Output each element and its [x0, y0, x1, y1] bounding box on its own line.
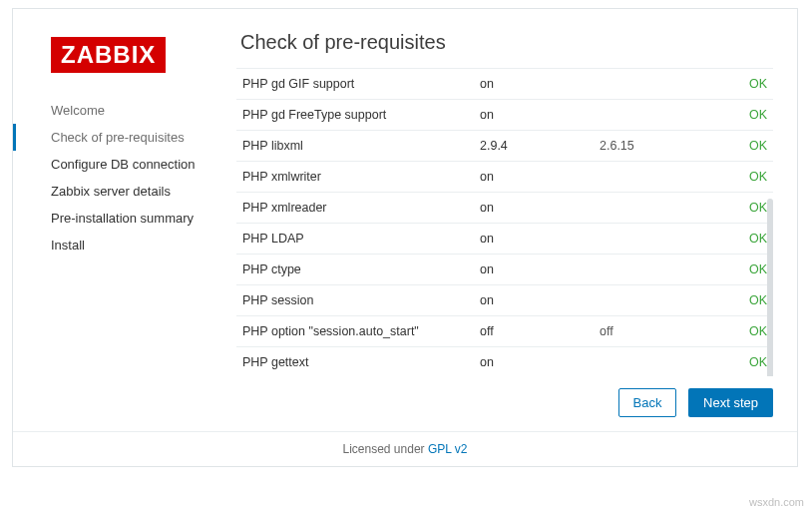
page-title: Check of pre-requisites	[236, 31, 773, 54]
requirement-name: PHP gettext	[236, 347, 474, 377]
requirement-name: PHP xmlreader	[236, 193, 474, 224]
requirement-required: 2.6.15	[594, 131, 723, 162]
requirement-row: PHP ctypeonOK	[236, 255, 773, 285]
requirement-status: OK	[723, 162, 773, 193]
wizard-box: ZABBIX WelcomeCheck of pre-requisitesCon…	[12, 8, 798, 467]
requirement-status: OK	[723, 100, 773, 131]
requirement-status: OK	[723, 193, 773, 224]
requirement-name: PHP session	[236, 285, 474, 316]
requirement-row: PHP xmlreaderonOK	[236, 193, 773, 224]
requirement-row: PHP gd GIF supportonOK	[236, 69, 773, 100]
requirement-row: PHP sessiononOK	[236, 285, 773, 316]
nav-item-4[interactable]: Pre-installation summary	[13, 205, 232, 232]
requirement-status: OK	[723, 69, 773, 100]
requirement-required	[594, 193, 723, 224]
requirement-current: on	[474, 285, 594, 316]
requirement-current: on	[474, 162, 594, 193]
requirement-required	[594, 162, 723, 193]
requirement-row: PHP LDAPonOK	[236, 224, 773, 255]
requirement-required	[594, 224, 723, 255]
requirement-current: on	[474, 69, 594, 100]
requirement-current: on	[474, 193, 594, 224]
requirement-required	[594, 285, 723, 316]
requirement-name: PHP LDAP	[236, 224, 474, 255]
nav-item-1[interactable]: Check of pre-requisites	[13, 124, 232, 151]
requirement-required	[594, 69, 723, 100]
sidebar: ZABBIX WelcomeCheck of pre-requisitesCon…	[13, 9, 232, 431]
nav-item-0[interactable]: Welcome	[13, 97, 232, 124]
nav-item-5[interactable]: Install	[13, 232, 232, 258]
requirement-name: PHP gd GIF support	[236, 69, 474, 100]
requirement-required	[594, 255, 723, 285]
requirement-name: PHP libxml	[236, 131, 474, 162]
back-button[interactable]: Back	[618, 388, 677, 417]
requirement-row: PHP option "session.auto_start"offoffOK	[236, 316, 773, 347]
requirements-tbody: PHP gd GIF supportonOKPHP gd FreeType su…	[236, 69, 773, 376]
requirement-row: PHP gettextonOK	[236, 347, 773, 377]
requirements-table: PHP gd GIF supportonOKPHP gd FreeType su…	[236, 69, 773, 376]
requirement-name: PHP ctype	[236, 255, 474, 285]
requirement-name: PHP gd FreeType support	[236, 100, 474, 131]
requirement-current: 2.9.4	[474, 131, 594, 162]
requirement-current: on	[474, 347, 594, 377]
requirement-current: on	[474, 224, 594, 255]
requirement-status: OK	[723, 347, 773, 377]
requirement-name: PHP option "session.auto_start"	[236, 316, 474, 347]
nav-item-2[interactable]: Configure DB connection	[13, 151, 232, 178]
requirement-name: PHP xmlwriter	[236, 162, 474, 193]
nav-list: WelcomeCheck of pre-requisitesConfigure …	[13, 97, 232, 258]
content-area: Check of pre-requisites PHP gd GIF suppo…	[232, 9, 797, 431]
requirement-current: off	[474, 316, 594, 347]
requirement-status: OK	[723, 255, 773, 285]
next-step-button[interactable]: Next step	[688, 388, 773, 417]
wizard-main: ZABBIX WelcomeCheck of pre-requisitesCon…	[13, 9, 797, 431]
footer-license-link[interactable]: GPL v2	[428, 442, 468, 456]
requirement-row: PHP xmlwriteronOK	[236, 162, 773, 193]
requirement-row: PHP gd FreeType supportonOK	[236, 100, 773, 131]
requirement-status: OK	[723, 224, 773, 255]
requirement-current: on	[474, 255, 594, 285]
logo: ZABBIX	[51, 37, 166, 73]
requirement-required: off	[594, 316, 723, 347]
requirements-table-wrap[interactable]: PHP gd GIF supportonOKPHP gd FreeType su…	[236, 68, 773, 376]
requirement-status: OK	[723, 316, 773, 347]
requirement-row: PHP libxml2.9.42.6.15OK	[236, 131, 773, 162]
watermark: wsxdn.com	[749, 496, 804, 508]
requirement-current: on	[474, 100, 594, 131]
requirement-status: OK	[723, 285, 773, 316]
button-row: Back Next step	[236, 376, 773, 421]
requirement-required	[594, 100, 723, 131]
footer-text: Licensed under	[343, 442, 428, 456]
requirement-required	[594, 347, 723, 377]
footer: Licensed under GPL v2	[13, 431, 797, 466]
scrollbar-indicator[interactable]	[767, 199, 773, 376]
requirement-status: OK	[723, 131, 773, 162]
nav-item-3[interactable]: Zabbix server details	[13, 178, 232, 205]
